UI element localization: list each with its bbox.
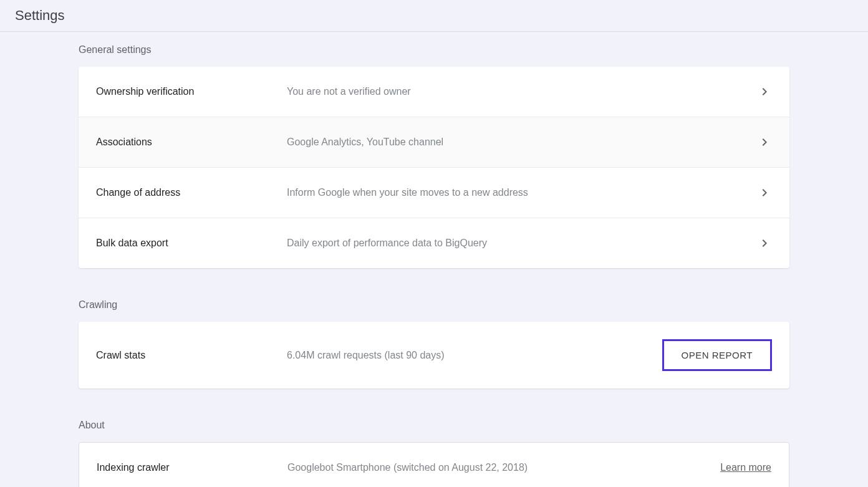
page-title: Settings xyxy=(15,7,853,24)
page-header: Settings xyxy=(0,0,868,32)
open-report-button[interactable]: OPEN REPORT xyxy=(662,339,772,371)
row-desc: Daily export of performance data to BigQ… xyxy=(287,238,747,249)
section-label-crawling: Crawling xyxy=(79,294,789,322)
row-desc: Googlebot Smartphone (switched on August… xyxy=(287,462,710,473)
content-area: General settings Ownership verification … xyxy=(79,32,789,487)
general-settings-card: Ownership verification You are not a ver… xyxy=(79,67,789,268)
row-title: Crawl stats xyxy=(96,350,287,361)
section-label-general: General settings xyxy=(79,39,789,67)
row-title: Change of address xyxy=(96,187,287,198)
change-of-address-row[interactable]: Change of address Inform Google when you… xyxy=(79,168,789,218)
indexing-crawler-row: Indexing crawler Googlebot Smartphone (s… xyxy=(79,443,789,487)
row-title: Bulk data export xyxy=(96,238,287,249)
row-title: Indexing crawler xyxy=(97,462,287,473)
section-label-about: About xyxy=(79,415,789,442)
chevron-right-icon xyxy=(757,185,772,200)
crawling-card: Crawl stats 6.04M crawl requests (last 9… xyxy=(79,322,789,388)
row-title: Associations xyxy=(96,137,287,148)
row-desc: You are not a verified owner xyxy=(287,86,747,97)
row-desc: Inform Google when your site moves to a … xyxy=(287,187,747,198)
chevron-right-icon xyxy=(757,84,772,99)
about-card: Indexing crawler Googlebot Smartphone (s… xyxy=(79,442,789,487)
associations-row[interactable]: Associations Google Analytics, YouTube c… xyxy=(79,117,789,168)
row-desc: 6.04M crawl requests (last 90 days) xyxy=(287,350,652,361)
bulk-data-export-row[interactable]: Bulk data export Daily export of perform… xyxy=(79,218,789,268)
chevron-right-icon xyxy=(757,236,772,251)
learn-more-link[interactable]: Learn more xyxy=(720,462,771,473)
row-title: Ownership verification xyxy=(96,86,287,97)
chevron-right-icon xyxy=(757,135,772,150)
ownership-verification-row[interactable]: Ownership verification You are not a ver… xyxy=(79,67,789,117)
row-desc: Google Analytics, YouTube channel xyxy=(287,137,747,148)
crawl-stats-row[interactable]: Crawl stats 6.04M crawl requests (last 9… xyxy=(79,322,789,388)
